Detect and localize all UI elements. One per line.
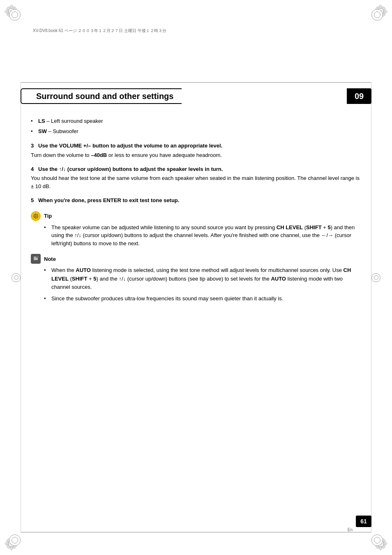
note-content: • When the AUTO listening mode is select… xyxy=(44,266,361,303)
note-icon xyxy=(31,254,41,264)
title-left-curve xyxy=(21,88,28,104)
tip-header: Tip xyxy=(31,211,361,221)
note-header: Note xyxy=(31,254,361,264)
step-5: 5 When you're done, press ENTER to exit … xyxy=(31,196,361,205)
bullet-dot: • xyxy=(31,127,36,136)
note-bullet-dot-1: • xyxy=(44,266,49,291)
tip-icon xyxy=(31,211,41,221)
step-3-body: Turn down the volume to –40dB or less to… xyxy=(31,151,361,159)
footer-divider xyxy=(21,532,371,532)
bullet-item-ls: • LS – Left surround speaker xyxy=(31,117,361,125)
header-bar: Surround sound and other settings 09 xyxy=(21,88,371,104)
right-border-line xyxy=(371,82,371,532)
svg-point-23 xyxy=(10,546,13,550)
note-bullet-2: • Since the subwoofer produces ultra-low… xyxy=(44,295,361,303)
reg-mark-br xyxy=(371,534,383,546)
svg-point-35 xyxy=(383,542,387,545)
tip-bullet-dot: • xyxy=(44,223,49,248)
bullet-sw-text: SW – Subwoofer xyxy=(38,127,78,136)
tip-label: Tip xyxy=(44,213,52,219)
svg-point-42 xyxy=(35,215,37,216)
svg-point-2 xyxy=(10,5,13,9)
tip-text-1: The speaker volume can be adjusted while… xyxy=(51,223,361,248)
svg-point-37 xyxy=(381,544,386,549)
title-box: Surround sound and other settings xyxy=(21,88,182,104)
bullet-dot: • xyxy=(31,117,36,125)
note-box: Note • When the AUTO listening mode is s… xyxy=(31,254,361,303)
note-text-1: When the AUTO listening mode is selected… xyxy=(51,266,361,291)
svg-point-33 xyxy=(379,546,382,550)
content-area: • LS – Left surround speaker • SW – Subw… xyxy=(31,117,361,522)
speaker-bullet-list: • LS – Left surround speaker • SW – Subw… xyxy=(31,117,361,135)
svg-point-15 xyxy=(383,10,387,13)
step-3: 3 Use the VOLUME +/– button to adjust th… xyxy=(31,142,361,159)
page-number: 61 xyxy=(356,516,371,527)
header-divider xyxy=(21,82,371,83)
step-5-heading: 5 When you're done, press ENTER to exit … xyxy=(31,196,361,205)
reg-mark-bl xyxy=(9,534,21,546)
step-3-heading: 3 Use the VOLUME +/– button to adjust th… xyxy=(31,142,361,150)
page-lang: En xyxy=(348,527,353,532)
step-4-heading: 4 Use the ↑/↓ (cursor up/down) buttons t… xyxy=(31,165,361,173)
bullet-ls-text: LS – Left surround speaker xyxy=(38,117,103,125)
reg-mark-tl xyxy=(9,9,21,21)
note-text-2: Since the subwoofer produces ultra-low f… xyxy=(51,295,283,303)
reg-mark-mr xyxy=(371,273,380,282)
file-info: XV-DV8.book 61 ページ ２００３年１２月２７日 土曜日 午後１２時… xyxy=(33,28,166,34)
title-text-area: Surround sound and other settings xyxy=(28,88,182,104)
chapter-number: 09 xyxy=(347,88,371,104)
reg-mark-tr xyxy=(371,9,383,21)
tip-bullet-1: • The speaker volume can be adjusted whi… xyxy=(44,223,361,248)
note-bullet-dot-2: • xyxy=(44,295,49,303)
tip-box: Tip • The speaker volume can be adjusted… xyxy=(31,211,361,248)
svg-point-18 xyxy=(381,6,386,11)
reg-mark-ml xyxy=(12,273,21,282)
page-title: Surround sound and other settings xyxy=(36,92,173,101)
step-4-body: You should hear the test tone at the sam… xyxy=(31,174,361,191)
bullet-item-sw: • SW – Subwoofer xyxy=(31,127,361,136)
svg-point-24 xyxy=(5,542,9,545)
note-bullet-1: • When the AUTO listening mode is select… xyxy=(44,266,361,291)
step-4: 4 Use the ↑/↓ (cursor up/down) buttons t… xyxy=(31,165,361,191)
svg-point-12 xyxy=(379,5,382,9)
tip-content: • The speaker volume can be adjusted whi… xyxy=(44,223,361,248)
svg-point-29 xyxy=(6,544,11,549)
note-label: Note xyxy=(44,256,56,262)
left-border-line xyxy=(21,82,21,532)
svg-point-4 xyxy=(5,10,9,13)
svg-point-6 xyxy=(6,6,11,11)
